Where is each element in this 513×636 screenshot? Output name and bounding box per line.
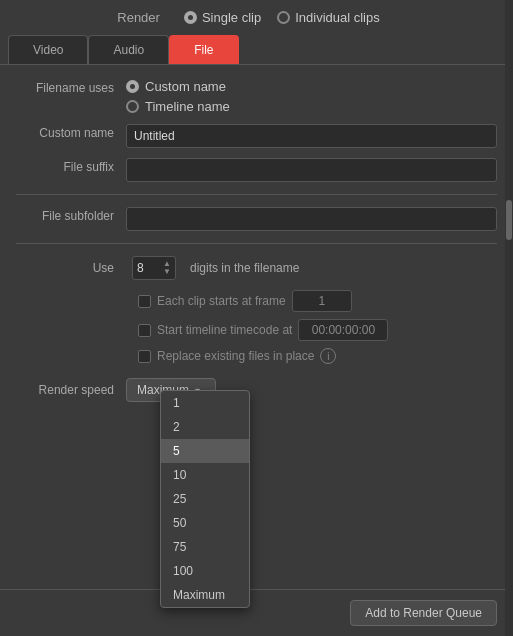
custom-name-row: Custom name	[16, 124, 497, 148]
speed-option-75[interactable]: 75	[161, 535, 249, 559]
tab-audio[interactable]: Audio	[88, 35, 169, 64]
content-area: Filename uses Custom name Timeline name …	[0, 65, 513, 430]
divider-1	[16, 194, 497, 195]
speed-option-2[interactable]: 2	[161, 415, 249, 439]
render-single-option[interactable]: Single clip	[184, 10, 261, 25]
tab-file[interactable]: File	[169, 35, 238, 64]
each-clip-value[interactable]	[292, 290, 352, 312]
render-single-label: Single clip	[202, 10, 261, 25]
render-individual-label: Individual clips	[295, 10, 380, 25]
tab-video[interactable]: Video	[8, 35, 88, 64]
file-suffix-control	[126, 158, 497, 182]
digits-value: 8	[137, 261, 144, 275]
divider-2	[16, 243, 497, 244]
speed-option-50[interactable]: 50	[161, 511, 249, 535]
filename-uses-group: Custom name Timeline name	[126, 79, 497, 114]
bottom-bar: Add to Render Queue	[0, 589, 513, 636]
render-single-radio[interactable]	[184, 11, 197, 24]
speed-option-maximum[interactable]: Maximum	[161, 583, 249, 607]
add-to-queue-button[interactable]: Add to Render Queue	[350, 600, 497, 626]
filename-uses-row: Filename uses Custom name Timeline name	[16, 79, 497, 114]
timeline-name-radio[interactable]	[126, 100, 139, 113]
start-timecode-value[interactable]	[298, 319, 388, 341]
speed-option-10[interactable]: 10	[161, 463, 249, 487]
file-suffix-row: File suffix	[16, 158, 497, 182]
tab-bar: Video Audio File	[0, 35, 513, 65]
digits-suffix: digits in the filename	[190, 261, 299, 275]
custom-name-option[interactable]: Custom name	[126, 79, 497, 94]
timeline-name-label: Timeline name	[145, 99, 230, 114]
speed-option-25[interactable]: 25	[161, 487, 249, 511]
render-speed-menu: 1 2 5 10 25 50 75 100 Maximum	[160, 390, 250, 608]
render-speed-label: Render speed	[16, 383, 126, 397]
replace-existing-label: Replace existing files in place	[157, 349, 314, 363]
custom-name-field-label: Custom name	[16, 124, 126, 140]
start-timecode-row: Start timeline timecode at	[16, 319, 497, 341]
filename-uses-control: Custom name Timeline name	[126, 79, 497, 114]
speed-option-100[interactable]: 100	[161, 559, 249, 583]
scrollbar-track	[505, 0, 513, 636]
start-timecode-label: Start timeline timecode at	[157, 323, 292, 337]
start-timecode-checkbox[interactable]	[138, 324, 151, 337]
render-individual-option[interactable]: Individual clips	[277, 10, 380, 25]
digits-spinner[interactable]: 8 ▲ ▼	[132, 256, 176, 280]
digits-row: Use 8 ▲ ▼ digits in the filename	[16, 256, 497, 280]
replace-existing-info-icon[interactable]: i	[320, 348, 336, 364]
file-suffix-label: File suffix	[16, 158, 126, 174]
render-speed-row: Render speed Maximum ▾	[16, 378, 497, 402]
replace-existing-row: Replace existing files in place i	[16, 348, 497, 364]
speed-option-1[interactable]: 1	[161, 391, 249, 415]
custom-name-input[interactable]	[126, 124, 497, 148]
replace-existing-checkbox[interactable]	[138, 350, 151, 363]
custom-name-label: Custom name	[145, 79, 226, 94]
file-suffix-input[interactable]	[126, 158, 497, 182]
render-row: Render Single clip Individual clips	[0, 0, 513, 35]
custom-name-field-control	[126, 124, 497, 148]
digits-label: Use	[16, 261, 126, 275]
render-label: Render	[117, 10, 160, 25]
each-clip-label: Each clip starts at frame	[157, 294, 286, 308]
digits-arrows[interactable]: ▲ ▼	[163, 260, 171, 276]
main-container: Render Single clip Individual clips Vide…	[0, 0, 513, 430]
timeline-name-option[interactable]: Timeline name	[126, 99, 497, 114]
file-subfolder-control	[126, 207, 497, 231]
digits-down-arrow[interactable]: ▼	[163, 268, 171, 276]
speed-option-5[interactable]: 5	[161, 439, 249, 463]
file-subfolder-input[interactable]	[126, 207, 497, 231]
render-individual-radio[interactable]	[277, 11, 290, 24]
file-subfolder-row: File subfolder	[16, 207, 497, 231]
custom-name-radio[interactable]	[126, 80, 139, 93]
file-subfolder-label: File subfolder	[16, 207, 126, 223]
scrollbar-thumb[interactable]	[506, 200, 512, 240]
each-clip-row: Each clip starts at frame	[16, 290, 497, 312]
filename-uses-label: Filename uses	[16, 79, 126, 95]
each-clip-checkbox[interactable]	[138, 295, 151, 308]
